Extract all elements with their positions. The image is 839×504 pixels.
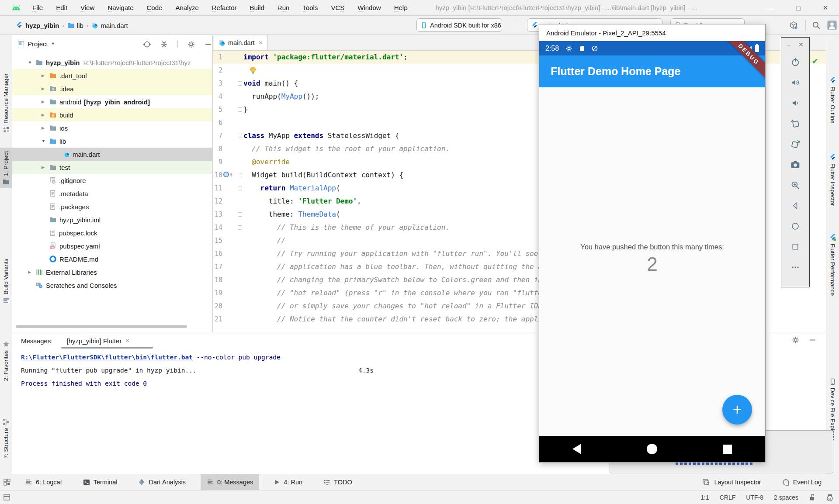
tab-main-dart[interactable]: main.dart ✕ xyxy=(214,35,268,50)
inspection-status-icon[interactable]: ✔ xyxy=(812,57,818,66)
tool-window-switcher-icon[interactable] xyxy=(3,479,10,486)
tree-item-pubspec-yaml[interactable]: YMLpubspec.yaml xyxy=(12,239,213,252)
status-widget[interactable]: 2 spaces xyxy=(774,494,798,501)
gear-icon[interactable] xyxy=(187,41,195,48)
emulator-rotate-right-button[interactable] xyxy=(781,134,809,154)
stripe-item-resource-manager[interactable]: Resource Manager xyxy=(0,73,12,133)
menu-analyze[interactable]: Analyze xyxy=(175,4,198,11)
nav-home-button[interactable] xyxy=(614,444,690,454)
tree-item--gitignore[interactable]: .gitignore xyxy=(12,174,213,187)
nav-back-button[interactable] xyxy=(539,444,614,454)
breadcrumb-item[interactable]: main.dart xyxy=(91,22,128,29)
close-tab-icon[interactable]: ✕ xyxy=(258,40,263,46)
menu-build[interactable]: Build xyxy=(250,4,264,11)
tree-item--metadata[interactable]: .metadata xyxy=(12,187,213,200)
tree-item--dart-tool[interactable]: ▶.dart_tool xyxy=(12,69,213,82)
menu-refactor[interactable]: Refactor xyxy=(212,4,237,11)
project-panel-title[interactable]: Project xyxy=(28,40,48,48)
close-icon[interactable]: ✕ xyxy=(798,41,804,48)
minimize-window-button[interactable]: — xyxy=(758,0,785,16)
menu-file[interactable]: File xyxy=(32,4,43,11)
stripe-item----favorites[interactable]: 2: Favorites xyxy=(0,341,12,381)
emulator-power-button[interactable] xyxy=(781,52,809,72)
tree-item-ios[interactable]: ▶ios xyxy=(12,121,213,135)
menu-run[interactable]: Run xyxy=(277,4,290,11)
emulator-rotate-left-button[interactable] xyxy=(781,113,809,134)
chevron-down-icon[interactable]: ▼ xyxy=(28,60,36,65)
stripe-item-flutter-outline[interactable]: Flutter Outline xyxy=(826,77,839,124)
tree-item-scratches-and-consoles[interactable]: Scratches and Consoles xyxy=(12,279,213,292)
emulator-title-bar[interactable]: Android Emulator - Pixel_2_API_29:5554 xyxy=(539,24,765,41)
hector-face-icon[interactable] xyxy=(826,494,834,501)
fold-marker-icon[interactable] xyxy=(238,186,242,190)
lock-open-icon[interactable] xyxy=(809,494,815,501)
tree-item--idea[interactable]: ▶.idea xyxy=(12,82,213,95)
emulator-screen[interactable]: 2:58 Flutter Demo Home Page You have pus… xyxy=(539,41,765,462)
sdk-download-icon[interactable] xyxy=(789,21,798,30)
stripe-item-flutter-inspector[interactable]: Flutter Inspector xyxy=(826,154,839,206)
chevron-right-icon[interactable]: ▶ xyxy=(42,126,49,130)
stripe-item-build-variants[interactable]: Build Variants xyxy=(0,259,12,304)
tree-item-hyzp-yibin-iml[interactable]: hyzp_yibin.iml xyxy=(12,213,213,226)
menu-window[interactable]: Window xyxy=(357,4,381,11)
chevron-right-icon[interactable]: ▶ xyxy=(42,100,49,104)
status-widget[interactable]: CRLF xyxy=(720,494,736,501)
tool-window-tab-4--run[interactable]: 4: Run xyxy=(268,474,309,490)
console-link[interactable]: R:\Flutter\FlutterSDK\flutter\bin\flutte… xyxy=(21,354,193,361)
tree-item-pubspec-lock[interactable]: pubspec.lock xyxy=(12,226,213,239)
chevron-right-icon[interactable]: ▶ xyxy=(28,270,36,274)
tree-item-hyzp-yibin[interactable]: ▼hyzp_yibinR:\FlutterProject\FlutterProj… xyxy=(12,56,213,69)
chevron-down-icon[interactable]: ▼ xyxy=(42,139,49,143)
emulator-zoom-button[interactable] xyxy=(781,175,809,195)
chevron-right-icon[interactable]: ▶ xyxy=(42,113,49,117)
status-widget[interactable]: 1:1 xyxy=(700,494,709,501)
locate-file-icon[interactable] xyxy=(143,41,151,48)
fold-marker-icon[interactable] xyxy=(238,212,242,217)
tool-window-tab-layout-inspector[interactable]: Layout Inspector xyxy=(697,474,767,490)
emulator-overview-button[interactable] xyxy=(781,236,809,257)
menu-edit[interactable]: Edit xyxy=(56,4,67,11)
emulator-home-button[interactable] xyxy=(781,216,809,236)
stripe-item----project[interactable]: 1: Project xyxy=(0,148,12,188)
menu-help[interactable]: Help xyxy=(394,4,408,11)
fold-marker-icon[interactable] xyxy=(238,173,242,177)
collapse-all-icon[interactable] xyxy=(160,41,168,48)
messages-tab[interactable]: [hyzp_yibin] Flutter ✕ xyxy=(67,337,130,345)
chevron-right-icon[interactable]: ▶ xyxy=(42,73,49,78)
emulator-back-button[interactable] xyxy=(781,195,809,216)
tool-window-tab-0--messages[interactable]: 0: Messages xyxy=(201,474,259,490)
tree-item-android[interactable]: ▶android[hyzp_yibin_android] xyxy=(12,95,213,108)
hide-panel-icon[interactable] xyxy=(205,41,212,48)
close-window-button[interactable]: ✕ xyxy=(812,0,839,16)
emulator-volume-down-button[interactable] xyxy=(781,93,809,113)
menu-view[interactable]: View xyxy=(80,4,94,11)
tree-item-lib[interactable]: ▼lib xyxy=(12,135,213,148)
maximize-window-button[interactable]: □ xyxy=(785,0,812,16)
stripe-item-flutter-performance[interactable]: Flutter Performance xyxy=(826,234,839,296)
increment-fab-button[interactable]: + xyxy=(722,395,752,425)
emulator-volume-up-button[interactable] xyxy=(781,72,809,93)
tree-item-external-libraries[interactable]: ▶External Libraries xyxy=(12,266,213,279)
hide-panel-icon[interactable] xyxy=(809,336,816,344)
emulator-screenshot-button[interactable] xyxy=(781,154,809,175)
search-everywhere-icon[interactable] xyxy=(812,21,821,30)
breadcrumb-item[interactable]: hyzp_yibin xyxy=(16,22,59,29)
chevron-down-icon[interactable]: ▼ xyxy=(51,41,55,46)
tool-window-tab-todo[interactable]: TODO xyxy=(317,474,358,490)
fold-marker-icon[interactable] xyxy=(238,81,242,86)
emulator-more-button[interactable] xyxy=(781,257,809,277)
breadcrumb-item[interactable]: lib xyxy=(67,22,83,29)
avatar-icon[interactable] xyxy=(827,20,837,31)
nav-overview-button[interactable] xyxy=(690,445,765,454)
fold-marker-icon[interactable] xyxy=(238,134,242,138)
menu-tools[interactable]: Tools xyxy=(302,4,318,11)
tool-window-tab-terminal[interactable]: Terminal xyxy=(77,474,124,490)
override-marker-icon[interactable]: ↑ xyxy=(223,172,233,177)
tree-item-test[interactable]: ▶test xyxy=(12,161,213,174)
tree-item--packages[interactable]: .packages xyxy=(12,200,213,213)
tool-window-tab-event-log[interactable]: Event Log xyxy=(776,474,828,490)
menu-navigate[interactable]: Navigate xyxy=(107,4,133,11)
menu-code[interactable]: Code xyxy=(147,4,163,11)
menu-vcs[interactable]: VCS xyxy=(331,4,344,11)
status-grid-icon[interactable] xyxy=(3,494,10,501)
